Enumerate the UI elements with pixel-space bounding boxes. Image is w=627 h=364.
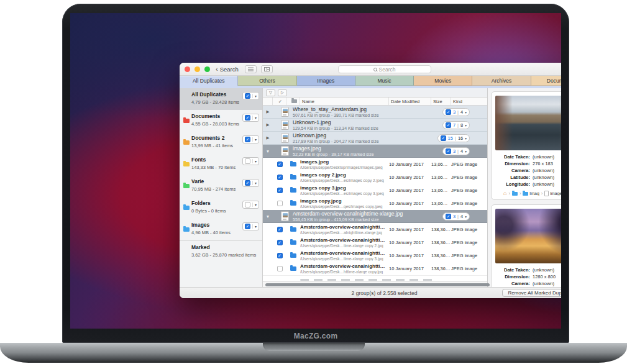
- file-mark-checkbox[interactable]: ✓: [277, 188, 283, 193]
- group-row[interactable]: ▶Unknown.jpeg217,89 KB in group - 204,27…: [263, 132, 487, 145]
- group-mark-pill[interactable]: ✓3|4▾: [442, 108, 470, 116]
- file-mark-checkbox[interactable]: [277, 201, 283, 206]
- group-mark-pill[interactable]: ✓3|4▾: [442, 147, 470, 155]
- horizontal-scrollbar[interactable]: [263, 281, 487, 287]
- tab-movies[interactable]: Movies: [414, 76, 472, 86]
- column-view-button[interactable]: [261, 65, 273, 73]
- breadcrumb-item[interactable]: ⌂: [503, 191, 506, 196]
- mark-checkbox[interactable]: [245, 202, 250, 207]
- preview-button[interactable]: ▷: [278, 89, 287, 96]
- group-mark-pill[interactable]: ✓7|8▾: [442, 121, 470, 129]
- close-button[interactable]: [185, 66, 190, 72]
- breadcrumb-item[interactable]: [512, 192, 518, 196]
- group-mark-checkbox[interactable]: ✓: [441, 135, 446, 141]
- file-row[interactable]: ✓Amsterdam-overview-canalnighttime-x…/Us…: [263, 249, 487, 262]
- file-mark-checkbox[interactable]: [277, 266, 283, 271]
- file-row[interactable]: ✓Amsterdam-overview-canalnighttime-x…/Us…: [263, 223, 487, 236]
- tab-documents[interactable]: Documents: [531, 76, 561, 86]
- group-mark-checkbox[interactable]: ✓: [446, 122, 451, 128]
- file-row[interactable]: images copy.jpeg/Users/giuseppe/Desk…ges…: [263, 197, 487, 210]
- caret-down-icon[interactable]: ▾: [252, 181, 257, 185]
- group-row[interactable]: ▼images.jpeg52,23 KB in group - 39,17 KB…: [263, 145, 487, 158]
- jpeg-file-icon: [281, 146, 289, 156]
- filter-marked-button[interactable]: ▽: [266, 89, 275, 96]
- header-name[interactable]: Name: [300, 98, 389, 105]
- tab-all-duplicates[interactable]: All Duplicates: [180, 76, 238, 86]
- group-row[interactable]: ▶Unknown-1.jpeg129,54 KB in group - 113,…: [263, 119, 487, 132]
- file-row[interactable]: Amsterdam-overview-canalnighttime-x…/Use…: [263, 262, 487, 275]
- file-row[interactable]: ✓images copy 3.jpeg/Users/giuseppe/Desk……: [263, 184, 487, 197]
- header-date-modified[interactable]: Date Modified: [389, 98, 431, 105]
- group-mark-checkbox[interactable]: ✓: [446, 214, 451, 219]
- caret-down-icon[interactable]: ▾: [465, 137, 467, 140]
- group-mark-checkbox[interactable]: ✓: [446, 148, 451, 154]
- group-row[interactable]: ▼Amsterdam-overview-canalnighttime-xlarg…: [263, 210, 487, 223]
- caret-down-icon[interactable]: ▾: [252, 202, 257, 207]
- mark-checkbox[interactable]: ✓: [245, 224, 250, 229]
- caret-down-icon[interactable]: ▾: [252, 224, 257, 229]
- mark-toggle-pill[interactable]: ▾: [242, 201, 259, 209]
- mark-toggle-pill[interactable]: ✓▾: [242, 114, 259, 122]
- header-check-icon[interactable]: ✓: [273, 98, 286, 105]
- remove-all-marked-button[interactable]: Remove All Marked Duplicates...: [502, 289, 561, 297]
- tab-others[interactable]: Others: [238, 76, 296, 86]
- file-mark-checkbox[interactable]: ✓: [277, 253, 283, 258]
- group-mark-pill[interactable]: ✓3|4▾: [442, 212, 470, 221]
- caret-down-icon[interactable]: ▾: [465, 111, 467, 114]
- back-button[interactable]: ‹ Search: [216, 65, 239, 73]
- header-size[interactable]: Size: [431, 98, 451, 105]
- zoom-button[interactable]: [204, 66, 210, 72]
- sidebar-item-all-duplicates[interactable]: All Duplicates4,79 GB - 28.428 items✓▾: [180, 88, 262, 110]
- disclosure-closed-icon[interactable]: ▶: [263, 135, 273, 140]
- disclosure-open-icon[interactable]: ▼: [263, 149, 273, 153]
- sidebar-item-varie[interactable]: Varie70,95 MB - 274 items✓▾: [180, 175, 262, 197]
- sidebar-item-marked[interactable]: Marked3,62 GB - 25.870 marked items: [180, 240, 262, 262]
- tab-images[interactable]: Images: [297, 76, 355, 86]
- disclosure-closed-icon[interactable]: ▶: [263, 109, 273, 114]
- disclosure-closed-icon[interactable]: ▶: [263, 122, 273, 127]
- mark-toggle-pill[interactable]: ▾: [242, 157, 259, 165]
- file-row[interactable]: ✓images copy 2.jpeg/Users/giuseppe/Desk……: [263, 171, 487, 184]
- mark-checkbox[interactable]: ✓: [245, 93, 250, 99]
- sidebar-item-folders[interactable]: Folders0 Bytes - 0 items▾: [180, 197, 262, 219]
- file-mark-checkbox[interactable]: ✓: [277, 227, 283, 232]
- tab-archives[interactable]: Archives: [472, 76, 531, 86]
- caret-down-icon[interactable]: ▾: [252, 159, 257, 163]
- folder-icon: [183, 158, 190, 169]
- mark-toggle-pill[interactable]: ✓▾: [242, 135, 259, 143]
- caret-down-icon[interactable]: ▾: [252, 116, 257, 120]
- horizontal-scrollbar-thumb[interactable]: [265, 283, 490, 286]
- group-mark-checkbox[interactable]: ✓: [446, 109, 451, 115]
- sidebar-item-fonts[interactable]: Fonts143,33 MB - 70 items▾: [180, 153, 262, 175]
- mark-checkbox[interactable]: ✓: [245, 180, 250, 186]
- sidebar-item-images[interactable]: Images4,96 MB - 40 items✓▾: [180, 219, 262, 240]
- mark-checkbox[interactable]: ✓: [245, 137, 250, 142]
- disclosure-open-icon[interactable]: ▼: [263, 214, 273, 219]
- header-kind[interactable]: Kind: [451, 98, 487, 105]
- group-row[interactable]: ▶Where_to_stay_Amsterdam.jpg507,61 KB in…: [263, 106, 487, 119]
- file-row[interactable]: ✓images.jpeg/Users/giuseppe/Desktop/Imag…: [263, 158, 487, 171]
- breadcrumb-item[interactable]: images.jpeg: [544, 191, 561, 196]
- group-mark-pill[interactable]: ✓15|16▾: [437, 134, 470, 142]
- file-mark-checkbox[interactable]: ✓: [277, 175, 283, 180]
- minimize-button[interactable]: [195, 66, 200, 72]
- caret-down-icon[interactable]: ▾: [252, 94, 257, 98]
- caret-down-icon[interactable]: ▾: [252, 137, 257, 142]
- mark-checkbox[interactable]: [245, 158, 250, 164]
- mark-toggle-pill[interactable]: ✓▾: [242, 92, 259, 100]
- sidebar-item-documents-2[interactable]: Documents 213,99 MB - 41 items✓▾: [180, 132, 262, 153]
- list-view-button[interactable]: [245, 65, 257, 73]
- caret-down-icon[interactable]: ▾: [465, 124, 467, 127]
- mark-toggle-pill[interactable]: ✓▾: [242, 179, 259, 187]
- caret-down-icon[interactable]: ▾: [465, 215, 467, 219]
- tab-music[interactable]: Music: [355, 76, 414, 86]
- file-mark-checkbox[interactable]: ✓: [277, 240, 283, 245]
- search-input[interactable]: Search: [338, 65, 431, 73]
- caret-down-icon[interactable]: ▾: [465, 150, 467, 153]
- breadcrumb-item[interactable]: Imag: [523, 191, 539, 196]
- file-row[interactable]: ✓Amsterdam-overview-canalnighttime-x…/Us…: [263, 236, 487, 249]
- mark-checkbox[interactable]: ✓: [245, 115, 250, 121]
- file-mark-checkbox[interactable]: ✓: [277, 162, 283, 167]
- mark-toggle-pill[interactable]: ✓▾: [242, 222, 259, 230]
- sidebar-item-documents[interactable]: Documents4,55 GB - 28.003 items✓▾: [180, 110, 262, 132]
